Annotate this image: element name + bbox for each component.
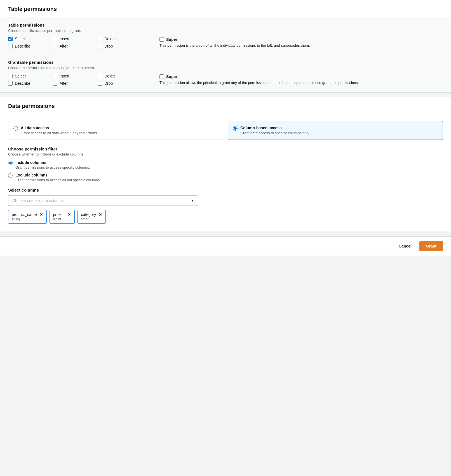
- checkbox-super-input[interactable]: [159, 37, 164, 42]
- all-data-access-option[interactable]: All data access Grant access to all data…: [8, 121, 223, 140]
- gp-checkbox-drop-label[interactable]: Drop: [104, 81, 113, 86]
- column-based-desc: Grant data access to specific columns on…: [240, 131, 310, 135]
- column-tag-category-header: category ✕: [81, 212, 102, 217]
- gp-checkbox-describe-label[interactable]: Describe: [15, 81, 30, 86]
- checkbox-select-input[interactable]: [8, 37, 13, 41]
- table-permissions-body: Table permissions Choose specific access…: [0, 17, 451, 92]
- gp-checkbox-select-label[interactable]: Select: [15, 74, 26, 78]
- column-based-radio[interactable]: [233, 126, 238, 131]
- column-tag-price-header: price ✕: [53, 212, 71, 217]
- column-tag-product-name-type: string: [12, 217, 43, 221]
- columns-label: Select columns: [8, 188, 443, 192]
- column-tag-category-text: category: [81, 212, 96, 217]
- gp-checkbox-insert[interactable]: Insert: [53, 74, 98, 78]
- exclude-columns-content: Exclude columns Grant permissions to acc…: [15, 173, 101, 182]
- checkbox-delete-input[interactable]: [98, 37, 102, 41]
- column-based-title: Column-based access: [240, 126, 310, 130]
- super-label-container[interactable]: Super: [159, 37, 443, 42]
- gp-checkbox-delete[interactable]: Delete: [98, 74, 142, 78]
- super-label-text[interactable]: Super: [166, 37, 177, 42]
- gp-checkbox-describe[interactable]: Describe: [8, 81, 53, 86]
- super-desc-text: This permission is the union of all the …: [159, 43, 443, 48]
- column-tag-product-name-text: product_name: [12, 212, 37, 217]
- include-columns-radio[interactable]: [8, 161, 13, 165]
- gp-checkbox-select[interactable]: Select: [8, 74, 53, 78]
- column-based-content: Column-based access Grant data access to…: [240, 126, 310, 135]
- checkbox-insert[interactable]: Insert: [53, 37, 98, 41]
- column-based-access-option[interactable]: Column-based access Grant data access to…: [228, 121, 443, 140]
- exclude-columns-radio[interactable]: [8, 173, 13, 178]
- grantable-super: Super This permission allows the princip…: [148, 74, 443, 86]
- gp-checkbox-drop-input[interactable]: [98, 81, 102, 86]
- grantable-super-label-container[interactable]: Super: [159, 74, 443, 79]
- checkbox-insert-label[interactable]: Insert: [60, 37, 69, 41]
- all-data-radio[interactable]: [13, 126, 18, 131]
- grantable-perms-grid: Select Insert Delete Describe: [8, 74, 443, 86]
- checkbox-delete-label[interactable]: Delete: [104, 37, 116, 41]
- column-tag-product-name: product_name ✕ string: [8, 210, 47, 224]
- checkbox-select[interactable]: Select: [8, 37, 53, 41]
- filter-desc: Choose whether to include or exclude col…: [8, 152, 443, 156]
- column-tag-price-text: price: [53, 212, 62, 217]
- checkbox-select-label[interactable]: Select: [15, 37, 26, 41]
- all-data-title: All data access: [21, 126, 98, 130]
- table-perms-left: Select Insert Delete Describe: [8, 37, 142, 48]
- column-tag-category: category ✕ string: [77, 210, 106, 224]
- grantable-subtitle: Grantable permissions: [8, 60, 443, 65]
- column-tag-category-close[interactable]: ✕: [99, 213, 102, 216]
- checkbox-alter[interactable]: Alter: [53, 44, 98, 48]
- column-tag-product-name-header: product_name ✕: [12, 212, 43, 217]
- gp-checkbox-describe-input[interactable]: [8, 81, 13, 86]
- include-desc: Grant permissions to access specific col…: [15, 165, 90, 169]
- column-tag-price: price ✕ bigint: [50, 210, 75, 224]
- cancel-button[interactable]: Cancel: [394, 242, 416, 251]
- all-data-content: All data access Grant access to all data…: [21, 126, 98, 135]
- gp-checkbox-select-input[interactable]: [8, 74, 13, 78]
- data-permissions-card: Data permissions All data access Grant a…: [0, 97, 451, 232]
- grantable-super-label-text[interactable]: Super: [166, 74, 177, 79]
- checkbox-drop[interactable]: Drop: [98, 44, 142, 48]
- include-columns-option[interactable]: Include columns Grant permissions to acc…: [8, 160, 443, 169]
- columns-placeholder: Choose one or more columns: [12, 198, 64, 203]
- filter-title: Choose permission filter: [8, 147, 443, 151]
- table-permissions-card: Table permissions Table permissions Choo…: [0, 0, 451, 93]
- checkbox-describe-input[interactable]: [8, 44, 13, 48]
- selected-columns-list: product_name ✕ string price ✕ bigint: [8, 210, 443, 224]
- filter-section: Choose permission filter Choose whether …: [8, 147, 443, 182]
- columns-section: Select columns Choose one or more column…: [8, 188, 443, 224]
- checkbox-alter-label[interactable]: Alter: [60, 44, 68, 48]
- grantable-super-desc: This permission allows the principal to …: [159, 80, 443, 86]
- gp-checkbox-alter[interactable]: Alter: [53, 81, 98, 86]
- checkbox-alter-input[interactable]: [53, 44, 57, 48]
- exclude-columns-option[interactable]: Exclude columns Grant permissions to acc…: [8, 173, 443, 182]
- gp-checkbox-insert-input[interactable]: [53, 74, 57, 78]
- gp-checkbox-super-input[interactable]: [159, 74, 164, 79]
- grantable-perms-left: Select Insert Delete Describe: [8, 74, 142, 86]
- gp-checkbox-alter-input[interactable]: [53, 81, 57, 86]
- checkbox-delete[interactable]: Delete: [98, 37, 142, 41]
- columns-dropdown[interactable]: Choose one or more columns ▼: [8, 195, 198, 206]
- checkbox-describe[interactable]: Describe: [8, 44, 53, 48]
- checkbox-drop-label[interactable]: Drop: [104, 44, 113, 48]
- grantable-desc: Choose the permission that may be grante…: [8, 66, 443, 70]
- column-tag-price-close[interactable]: ✕: [68, 213, 71, 216]
- include-label: Include columns: [15, 160, 90, 165]
- page-wrapper: Table permissions Table permissions Choo…: [0, 0, 451, 256]
- data-permissions-header: Data permissions: [0, 97, 451, 114]
- chevron-down-icon: ▼: [191, 199, 194, 202]
- gp-checkbox-delete-label[interactable]: Delete: [104, 74, 116, 78]
- gp-checkbox-delete-input[interactable]: [98, 74, 102, 78]
- table-permissions-title: Table permissions: [8, 6, 443, 12]
- checkbox-insert-input[interactable]: [53, 37, 57, 41]
- exclude-desc: Grant permissions to access all but spec…: [15, 178, 101, 182]
- gp-checkbox-alter-label[interactable]: Alter: [60, 81, 68, 86]
- grantable-perms-subsection: Grantable permissions Choose the permiss…: [8, 60, 443, 86]
- checkbox-describe-label[interactable]: Describe: [15, 44, 30, 48]
- gp-checkbox-drop[interactable]: Drop: [98, 81, 142, 86]
- grant-button[interactable]: Grant: [419, 241, 443, 251]
- checkbox-drop-input[interactable]: [98, 44, 102, 48]
- column-tag-product-name-close[interactable]: ✕: [40, 213, 43, 216]
- table-perms-super: Super This permission is the union of al…: [148, 37, 443, 48]
- gp-checkbox-insert-label[interactable]: Insert: [60, 74, 69, 78]
- section-divider: [8, 54, 443, 54]
